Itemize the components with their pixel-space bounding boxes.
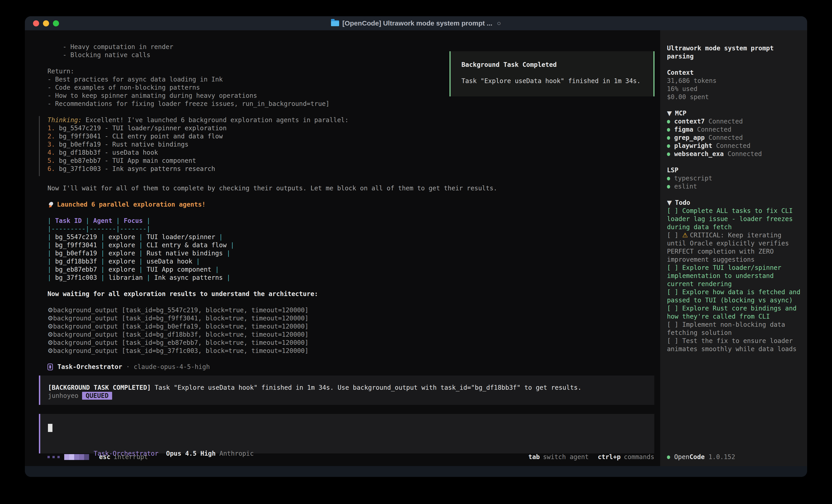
title-bar[interactable]: [OpenCode] Ultrawork mode system prompt … (25, 16, 807, 30)
todo-item[interactable]: [ ] Implement non-blocking data fetching… (667, 320, 802, 337)
table-row: | bg_df18bb3f | explore | useData hook | (48, 257, 660, 265)
mcp-item: context7Connected (667, 117, 802, 125)
tool-call-line: ⚙background_output [task_id=bg_eb87ebb7,… (48, 339, 660, 347)
sidebar-footer: OpenCode 1.0.152 (667, 453, 735, 461)
zoom-button[interactable] (53, 20, 59, 26)
tool-call-line: ⚙background_output [task_id=bg_5547c219,… (48, 306, 660, 314)
thinking-item: 1. bg_5547c219 - TUI loader/spinner expl… (48, 124, 660, 132)
gear-icon: ⚙ (48, 339, 53, 346)
gear-icon: ⚙ (48, 314, 53, 322)
sidebar: Ultrawork mode system prompt parsing Con… (660, 30, 807, 466)
separator-dot: · (122, 363, 134, 370)
lsp-heading: LSP (667, 166, 802, 174)
completed-text: Task "Explore useData hook" finished in … (151, 384, 581, 391)
gear-icon: ⚙ (48, 331, 53, 338)
todo-item[interactable]: [ ] Explore TUI loader/spinner implement… (667, 264, 802, 288)
todo-item[interactable]: [ ] Test the fix to ensure loader animat… (667, 337, 802, 353)
mcp-item: figmaConnected (667, 125, 802, 134)
context-heading: Context (667, 68, 802, 77)
mcp-item: playwrightConnected (667, 142, 802, 150)
spinner-progress-icon (64, 454, 89, 460)
mcp-item: websearch_exaConnected (667, 150, 802, 158)
tab-key-label: switch agent (543, 453, 589, 461)
lsp-section: LSP typescripteslint (667, 166, 802, 191)
table-row: | bg_37f1c003 | librarian | Ink async pa… (48, 274, 660, 282)
context-section: Context 31,686 tokens 16% used $0.00 spe… (667, 68, 802, 101)
status-circle-icon: ○ (497, 20, 501, 27)
gear-icon: ⚙ (48, 347, 53, 355)
waiting-line: Now waiting for all exploration results … (48, 290, 660, 298)
thinking-item: 5. bg_eb87ebb7 - TUI App main component (48, 157, 660, 165)
table-separator-row: |---------|-------|-------| (48, 225, 660, 233)
esc-key-label: interrupt (114, 453, 148, 461)
close-button[interactable] (33, 20, 39, 26)
table-row: | bg_f9ff3041 | explore | CLI entry & da… (48, 241, 660, 249)
tab-key-hint: tab (528, 453, 540, 461)
wait-line: Now I'll wait for all of them to complet… (48, 184, 660, 192)
todo-item[interactable]: [ ] Explore Rust core bindings and how t… (667, 304, 802, 320)
thinking-intro-line: Thinking: Excellent! I've launched 6 bac… (48, 116, 660, 124)
thinking-item: 6. bg_37f1c003 - Ink async patterns rese… (48, 165, 660, 173)
notification-title: Background Task Completed (462, 61, 644, 69)
background-task-notification[interactable]: Background Task Completed Task "Explore … (449, 51, 654, 96)
thinking-item: 2. bg_f9ff3041 - CLI entry point and dat… (48, 132, 660, 140)
text-cursor (48, 424, 52, 432)
tool-call-line: ⚙background_output [task_id=bg_df18bb3f,… (48, 331, 660, 339)
notification-body: Task "Explore useData hook" finished in … (462, 77, 644, 85)
table-row: | bg_b0effa19 | explore | Rust native bi… (48, 249, 660, 257)
terminal-main-pane[interactable]: - Heavy computation in render - Blocking… (25, 30, 660, 466)
tool-call-line: ⚙background_output [task_id=bg_37f1c003,… (48, 347, 660, 355)
app-name: Open (674, 453, 690, 460)
esc-key-hint: esc (99, 453, 110, 461)
gear-icon: ⚙ (48, 323, 53, 330)
queued-badge: QUEUED (82, 392, 112, 400)
status-dot-icon (667, 185, 670, 189)
thinking-item: 3. bg_b0effa19 - Rust native bindings (48, 140, 660, 148)
todo-item[interactable]: [ ] Complete ALL tasks to fix CLI loader… (667, 207, 802, 231)
todo-item[interactable]: [ ] ⚠ CRITICAL: Keep iterating until Ora… (667, 231, 802, 264)
lsp-item: eslint (667, 183, 802, 191)
todo-item[interactable]: [ ] Explore how data is fetched and pass… (667, 288, 802, 304)
folder-icon (331, 20, 339, 26)
completed-meta-line: junhoyeoQUEUED (48, 392, 648, 400)
mcp-heading[interactable]: ▼MCP (667, 109, 802, 117)
minimize-button[interactable] (43, 20, 49, 26)
gear-icon: ⚙ (48, 306, 53, 314)
thinking-label: Thinking: (48, 116, 82, 124)
ctrlp-key-hint: ctrl+p (598, 453, 621, 461)
thinking-item: 4. bg_df18bb3f - useData hook (48, 148, 660, 157)
author-name: junhoyeo (48, 392, 78, 399)
status-dot-icon (667, 136, 670, 140)
rocket-icon (48, 201, 54, 208)
agents-table: | Task ID | Agent | Focus | |---------|-… (48, 217, 660, 282)
tool-call-line: ⚙background_output [task_id=bg_f9ff3041,… (48, 314, 660, 323)
orchestrator-name: Task-Orchestrator (57, 363, 122, 370)
window-title: [OpenCode] Ultrawork mode system prompt … (331, 20, 501, 27)
collapse-arrow-icon[interactable]: ▼ (667, 199, 672, 206)
completed-prefix: [BACKGROUND TASK COMPLETED] (48, 384, 151, 391)
status-dot-icon (667, 455, 670, 459)
thinking-intro: Excellent! I've launched 6 background ex… (82, 116, 348, 124)
status-dot-icon (667, 120, 670, 123)
collapse-arrow-icon[interactable]: ▼ (667, 110, 672, 117)
prompt-input[interactable]: Task-Orchestrator Opus 4.5 High Anthropi… (39, 414, 654, 453)
tool-call-line: ⚙background_output [task_id=bg_b0effa19,… (48, 323, 660, 331)
terminal-window: [OpenCode] Ultrawork mode system prompt … (25, 16, 807, 477)
orchestrator-line: Task-Orchestrator · claude-opus-4-5-high (48, 363, 660, 370)
table-header-row: | Task ID | Agent | Focus | (48, 217, 660, 225)
session-title: Ultrawork mode system prompt parsing (667, 44, 802, 60)
todo-section: ▼Todo [ ] Complete ALL tasks to fix CLI … (667, 199, 802, 353)
todo-heading[interactable]: ▼Todo (667, 199, 802, 207)
warning-icon: ⚠ (682, 231, 690, 239)
orchestrator-model: claude-opus-4-5-high (134, 363, 210, 370)
table-row: | bg_5547c219 | explore | TUI loader/spi… (48, 233, 660, 241)
status-bar: esc interrupt tab switch agent ctrl+p co… (48, 453, 654, 461)
status-dot-icon (667, 152, 670, 156)
terminal-line: - Heavy computation in render (48, 43, 660, 51)
spinner-dots-icon (48, 456, 60, 458)
status-dot-icon (667, 144, 670, 148)
table-row: | bg_eb87ebb7 | explore | TUI App compon… (48, 265, 660, 274)
mcp-item: grep_appConnected (667, 134, 802, 142)
status-dot-icon (667, 177, 670, 180)
window-controls (33, 16, 59, 30)
